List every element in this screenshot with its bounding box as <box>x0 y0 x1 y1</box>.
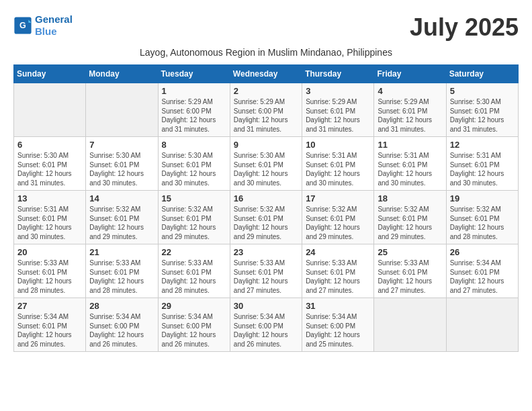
day-number: 2 <box>234 86 298 96</box>
calendar-cell: 26Sunrise: 5:34 AM Sunset: 6:01 PM Dayli… <box>446 244 518 298</box>
day-number: 31 <box>306 301 370 311</box>
day-info: Sunrise: 5:34 AM Sunset: 6:00 PM Dayligh… <box>89 312 154 349</box>
day-info: Sunrise: 5:32 AM Sunset: 6:01 PM Dayligh… <box>306 205 370 241</box>
calendar-cell: 1Sunrise: 5:29 AM Sunset: 6:00 PM Daylig… <box>158 83 230 137</box>
day-info: Sunrise: 5:32 AM Sunset: 6:01 PM Dayligh… <box>162 205 226 241</box>
logo-text: General Blue <box>35 13 73 38</box>
day-info: Sunrise: 5:34 AM Sunset: 6:01 PM Dayligh… <box>450 259 515 295</box>
calendar-cell: 11Sunrise: 5:31 AM Sunset: 6:01 PM Dayli… <box>374 137 446 191</box>
calendar-cell: 19Sunrise: 5:32 AM Sunset: 6:01 PM Dayli… <box>446 191 518 244</box>
calendar-cell: 29Sunrise: 5:34 AM Sunset: 6:00 PM Dayli… <box>158 298 230 352</box>
day-info: Sunrise: 5:34 AM Sunset: 6:00 PM Dayligh… <box>162 312 226 349</box>
calendar-cell <box>86 83 158 137</box>
day-info: Sunrise: 5:29 AM Sunset: 6:01 PM Dayligh… <box>378 97 442 134</box>
day-info: Sunrise: 5:30 AM Sunset: 6:01 PM Dayligh… <box>234 151 298 187</box>
day-info: Sunrise: 5:33 AM Sunset: 6:01 PM Dayligh… <box>378 259 442 295</box>
day-number: 29 <box>162 301 226 311</box>
calendar-cell <box>374 298 446 352</box>
day-number: 9 <box>234 140 298 150</box>
calendar-cell: 27Sunrise: 5:34 AM Sunset: 6:01 PM Dayli… <box>14 298 86 352</box>
day-number: 21 <box>89 247 154 257</box>
weekday-header: Monday <box>86 65 158 83</box>
calendar-cell: 3Sunrise: 5:29 AM Sunset: 6:01 PM Daylig… <box>302 83 374 137</box>
logo-icon: G <box>13 16 32 35</box>
day-info: Sunrise: 5:31 AM Sunset: 6:01 PM Dayligh… <box>17 205 82 241</box>
day-number: 16 <box>234 193 298 203</box>
month-title: July 2025 <box>410 13 519 42</box>
calendar-cell: 14Sunrise: 5:32 AM Sunset: 6:01 PM Dayli… <box>86 191 158 244</box>
calendar-cell: 9Sunrise: 5:30 AM Sunset: 6:01 PM Daylig… <box>230 137 302 191</box>
day-number: 8 <box>162 140 226 150</box>
day-number: 14 <box>89 193 154 203</box>
day-info: Sunrise: 5:29 AM Sunset: 6:00 PM Dayligh… <box>162 97 226 134</box>
calendar-cell <box>446 298 518 352</box>
day-info: Sunrise: 5:34 AM Sunset: 6:01 PM Dayligh… <box>17 312 82 349</box>
day-number: 30 <box>234 301 298 311</box>
calendar-cell <box>14 83 86 137</box>
day-info: Sunrise: 5:33 AM Sunset: 6:01 PM Dayligh… <box>89 259 154 295</box>
calendar-cell: 8Sunrise: 5:30 AM Sunset: 6:01 PM Daylig… <box>158 137 230 191</box>
calendar-cell: 12Sunrise: 5:31 AM Sunset: 6:01 PM Dayli… <box>446 137 518 191</box>
calendar-week-row: 13Sunrise: 5:31 AM Sunset: 6:01 PM Dayli… <box>14 191 519 244</box>
day-info: Sunrise: 5:33 AM Sunset: 6:01 PM Dayligh… <box>17 259 82 295</box>
day-number: 15 <box>162 193 226 203</box>
calendar-cell: 5Sunrise: 5:30 AM Sunset: 6:01 PM Daylig… <box>446 83 518 137</box>
calendar-cell: 25Sunrise: 5:33 AM Sunset: 6:01 PM Dayli… <box>374 244 446 298</box>
day-number: 26 <box>450 247 515 257</box>
calendar-cell: 28Sunrise: 5:34 AM Sunset: 6:00 PM Dayli… <box>86 298 158 352</box>
day-number: 12 <box>450 140 515 150</box>
day-info: Sunrise: 5:31 AM Sunset: 6:01 PM Dayligh… <box>378 151 442 187</box>
day-number: 11 <box>378 140 442 150</box>
calendar-cell: 15Sunrise: 5:32 AM Sunset: 6:01 PM Dayli… <box>158 191 230 244</box>
day-number: 3 <box>306 86 370 96</box>
day-number: 1 <box>162 86 226 96</box>
day-info: Sunrise: 5:31 AM Sunset: 6:01 PM Dayligh… <box>306 151 370 187</box>
day-number: 22 <box>162 247 226 257</box>
day-info: Sunrise: 5:34 AM Sunset: 6:00 PM Dayligh… <box>234 312 298 349</box>
calendar-cell: 24Sunrise: 5:33 AM Sunset: 6:01 PM Dayli… <box>302 244 374 298</box>
calendar-table: SundayMondayTuesdayWednesdayThursdayFrid… <box>13 64 519 352</box>
calendar-cell: 2Sunrise: 5:29 AM Sunset: 6:00 PM Daylig… <box>230 83 302 137</box>
weekday-header: Saturday <box>446 65 518 83</box>
day-number: 17 <box>306 193 370 203</box>
calendar-cell: 17Sunrise: 5:32 AM Sunset: 6:01 PM Dayli… <box>302 191 374 244</box>
weekday-header: Wednesday <box>230 65 302 83</box>
calendar-subtitle: Layog, Autonomous Region in Muslim Minda… <box>13 47 519 58</box>
logo: G General Blue <box>13 13 73 38</box>
day-info: Sunrise: 5:32 AM Sunset: 6:01 PM Dayligh… <box>450 205 515 241</box>
calendar-week-row: 6Sunrise: 5:30 AM Sunset: 6:01 PM Daylig… <box>14 137 519 191</box>
day-info: Sunrise: 5:33 AM Sunset: 6:01 PM Dayligh… <box>234 259 298 295</box>
day-number: 4 <box>378 86 442 96</box>
day-info: Sunrise: 5:29 AM Sunset: 6:00 PM Dayligh… <box>234 97 298 134</box>
day-info: Sunrise: 5:33 AM Sunset: 6:01 PM Dayligh… <box>306 259 370 295</box>
svg-text:G: G <box>19 21 26 30</box>
calendar-cell: 13Sunrise: 5:31 AM Sunset: 6:01 PM Dayli… <box>14 191 86 244</box>
day-info: Sunrise: 5:32 AM Sunset: 6:01 PM Dayligh… <box>89 205 154 241</box>
day-info: Sunrise: 5:32 AM Sunset: 6:01 PM Dayligh… <box>234 205 298 241</box>
day-number: 23 <box>234 247 298 257</box>
day-info: Sunrise: 5:30 AM Sunset: 6:01 PM Dayligh… <box>17 151 82 187</box>
calendar-cell: 23Sunrise: 5:33 AM Sunset: 6:01 PM Dayli… <box>230 244 302 298</box>
day-number: 18 <box>378 193 442 203</box>
weekday-header: Thursday <box>302 65 374 83</box>
day-info: Sunrise: 5:30 AM Sunset: 6:01 PM Dayligh… <box>89 151 154 187</box>
day-number: 6 <box>17 140 82 150</box>
calendar-cell: 22Sunrise: 5:33 AM Sunset: 6:01 PM Dayli… <box>158 244 230 298</box>
calendar-cell: 30Sunrise: 5:34 AM Sunset: 6:00 PM Dayli… <box>230 298 302 352</box>
calendar-week-row: 20Sunrise: 5:33 AM Sunset: 6:01 PM Dayli… <box>14 244 519 298</box>
calendar-cell: 16Sunrise: 5:32 AM Sunset: 6:01 PM Dayli… <box>230 191 302 244</box>
day-number: 10 <box>306 140 370 150</box>
calendar-cell: 10Sunrise: 5:31 AM Sunset: 6:01 PM Dayli… <box>302 137 374 191</box>
day-number: 27 <box>17 301 82 311</box>
day-number: 7 <box>89 140 154 150</box>
calendar-cell: 20Sunrise: 5:33 AM Sunset: 6:01 PM Dayli… <box>14 244 86 298</box>
calendar-cell: 6Sunrise: 5:30 AM Sunset: 6:01 PM Daylig… <box>14 137 86 191</box>
weekday-header: Tuesday <box>158 65 230 83</box>
day-number: 5 <box>450 86 515 96</box>
day-number: 24 <box>306 247 370 257</box>
day-info: Sunrise: 5:29 AM Sunset: 6:01 PM Dayligh… <box>306 97 370 134</box>
calendar-week-row: 27Sunrise: 5:34 AM Sunset: 6:01 PM Dayli… <box>14 298 519 352</box>
calendar-week-row: 1Sunrise: 5:29 AM Sunset: 6:00 PM Daylig… <box>14 83 519 137</box>
day-info: Sunrise: 5:30 AM Sunset: 6:01 PM Dayligh… <box>162 151 226 187</box>
day-info: Sunrise: 5:32 AM Sunset: 6:01 PM Dayligh… <box>378 205 442 241</box>
